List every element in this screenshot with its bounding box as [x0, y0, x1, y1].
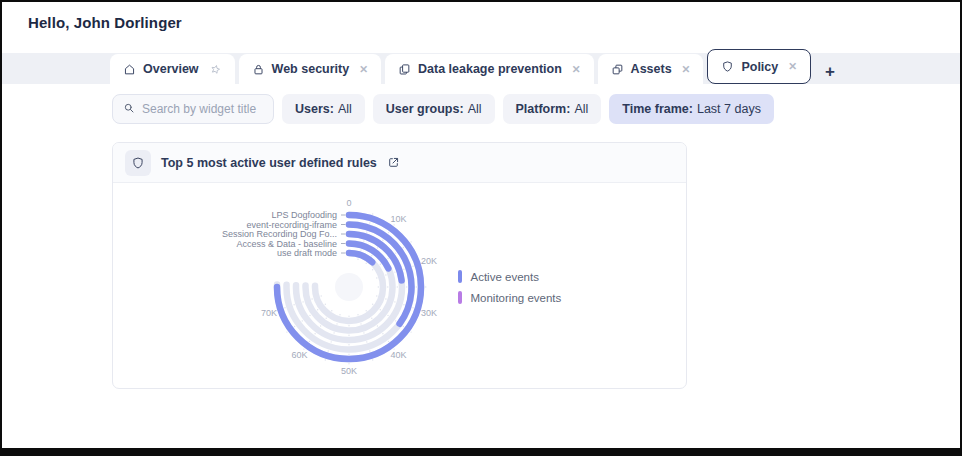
tab-label: Overview: [143, 62, 199, 76]
filter-users[interactable]: Users: All: [282, 94, 365, 124]
legend-marker: [458, 291, 462, 304]
tab-label: Policy: [741, 60, 778, 74]
shield-icon: [721, 60, 734, 73]
svg-text:70K: 70K: [261, 308, 277, 318]
pin-star-icon[interactable]: [209, 63, 222, 76]
copy-icon: [398, 63, 411, 76]
tab-data-leakage-prevention[interactable]: Data leakage prevention✕: [385, 54, 594, 84]
tab-label: Data leakage prevention: [418, 62, 562, 76]
tab-assets[interactable]: Assets✕: [598, 54, 704, 84]
tab-close-icon[interactable]: ✕: [572, 64, 581, 75]
add-tab-button[interactable]: +: [825, 63, 835, 80]
page-title: Hello, John Dorlinger: [28, 14, 182, 31]
filter-label: Time frame:: [622, 102, 693, 116]
home-icon: [123, 63, 136, 76]
legend-label: Active events: [471, 271, 539, 283]
svg-text:20K: 20K: [421, 256, 437, 266]
svg-text:40K: 40K: [390, 350, 406, 360]
svg-text:0: 0: [346, 198, 351, 208]
filter-platform[interactable]: Platform: All: [503, 94, 602, 124]
legend-item-active-events[interactable]: Active events: [458, 270, 561, 283]
svg-text:Access & Data - baseline: Access & Data - baseline: [236, 239, 337, 249]
search-field[interactable]: [142, 102, 263, 116]
legend-item-monitoring-events[interactable]: Monitoring events: [458, 291, 561, 304]
filter-value: All: [338, 102, 352, 116]
open-widget-icon[interactable]: [387, 156, 400, 169]
widget-header: Top 5 most active user defined rules: [113, 143, 686, 183]
filter-time-frame[interactable]: Time frame: Last 7 days: [609, 94, 774, 124]
filter-pills: Users: AllUser groups: AllPlatform: AllT…: [282, 94, 774, 124]
svg-text:use draft mode: use draft mode: [277, 248, 337, 258]
tab-bar: OverviewWeb security✕Data leakage preven…: [2, 53, 960, 84]
tab-web-security[interactable]: Web security✕: [239, 54, 381, 84]
widget-body: LPS Dogfoodingevent-recording-iframeSess…: [113, 183, 686, 388]
filter-bar: Users: AllUser groups: AllPlatform: AllT…: [112, 94, 774, 124]
svg-text:LPS Dogfooding: LPS Dogfooding: [271, 210, 337, 220]
tab-close-icon[interactable]: ✕: [788, 61, 797, 72]
app-window: Hello, John Dorlinger OverviewWeb securi…: [0, 0, 962, 456]
filter-label: Users:: [295, 102, 334, 116]
tab-policy[interactable]: Policy✕: [707, 49, 811, 84]
tab-label: Web security: [272, 62, 350, 76]
filter-value: All: [468, 102, 482, 116]
filter-label: Platform:: [516, 102, 571, 116]
filter-value: Last 7 days: [697, 102, 761, 116]
assets-icon: [611, 63, 624, 76]
svg-text:60K: 60K: [292, 350, 308, 360]
tab-label: Assets: [631, 62, 672, 76]
filter-value: All: [574, 102, 588, 116]
svg-text:30K: 30K: [421, 308, 437, 318]
legend-marker: [458, 270, 462, 283]
lock-icon: [252, 63, 265, 76]
shield-chip-icon: [125, 150, 151, 176]
search-icon: [123, 100, 135, 118]
svg-text:10K: 10K: [390, 214, 406, 224]
radial-chart: LPS Dogfoodingevent-recording-iframeSess…: [113, 183, 686, 388]
filter-label: User groups:: [386, 102, 464, 116]
filter-user-groups[interactable]: User groups: All: [373, 94, 495, 124]
chart-legend: Active eventsMonitoring events: [458, 270, 561, 304]
search-input[interactable]: [112, 94, 274, 124]
tab-close-icon[interactable]: ✕: [359, 64, 368, 75]
tab-close-icon[interactable]: ✕: [682, 64, 691, 75]
widget-card: Top 5 most active user defined rules LPS…: [112, 142, 687, 389]
svg-text:50K: 50K: [341, 366, 357, 376]
svg-text:Session Recording Dog Fo...: Session Recording Dog Fo...: [222, 229, 337, 239]
svg-text:event-recording-iframe: event-recording-iframe: [246, 220, 337, 230]
widget-title: Top 5 most active user defined rules: [161, 156, 377, 170]
tab-list: OverviewWeb security✕Data leakage preven…: [110, 52, 815, 84]
tab-overview[interactable]: Overview: [110, 54, 235, 84]
legend-label: Monitoring events: [471, 292, 562, 304]
